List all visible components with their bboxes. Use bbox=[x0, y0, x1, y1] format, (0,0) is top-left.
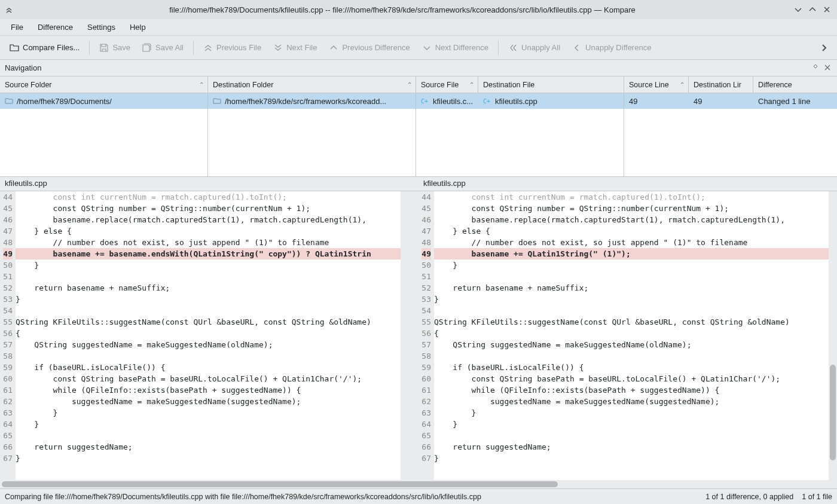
horizontal-scrollbar[interactable] bbox=[0, 480, 837, 488]
save-all-label: Save All bbox=[155, 43, 184, 52]
chevron-left-icon bbox=[572, 43, 582, 53]
undock-icon[interactable] bbox=[812, 64, 820, 72]
source-file-value: kfileutils.c... bbox=[433, 97, 473, 106]
menu-difference[interactable]: Difference bbox=[30, 20, 80, 34]
sort-asc-icon: ⌃ bbox=[469, 81, 474, 88]
svg-text:C+: C+ bbox=[483, 98, 490, 105]
titlebar: file:///home/fhek789/Documents/kfileutil… bbox=[0, 0, 837, 19]
compare-files-label: Compare Files... bbox=[23, 43, 80, 52]
folder-icon bbox=[5, 97, 13, 105]
destination-pane[interactable]: 4445464748495051525354555657585960616263… bbox=[418, 191, 837, 480]
hscrollbar-thumb[interactable] bbox=[2, 481, 558, 487]
cpp-file-icon: C+ bbox=[483, 97, 491, 105]
difference-row[interactable]: 49 49 Changed 1 line bbox=[624, 93, 837, 109]
status-file-count: 1 of 1 file bbox=[802, 493, 832, 501]
menu-help[interactable]: Help bbox=[123, 20, 153, 34]
header-difference[interactable]: Difference bbox=[753, 77, 837, 93]
navigation-title: Navigation bbox=[5, 63, 41, 72]
chevron-up-icon bbox=[329, 43, 338, 53]
header-destination-folder[interactable]: Destination Folder⌃ bbox=[208, 77, 416, 93]
source-pane[interactable]: 4445464748495051525354555657585960616263… bbox=[0, 191, 418, 480]
toolbar: Compare Files... Save Save All Previous … bbox=[0, 36, 837, 60]
folder-open-icon bbox=[10, 43, 19, 53]
scrollbar-thumb[interactable] bbox=[830, 365, 836, 460]
save-button: Save bbox=[93, 39, 136, 56]
next-difference-label: Next Difference bbox=[435, 43, 488, 52]
toolbar-overflow-button[interactable] bbox=[815, 39, 833, 57]
toolbar-separator bbox=[193, 41, 194, 55]
sort-asc-icon: ⌃ bbox=[407, 81, 412, 88]
file-label-left: kfileutils.cpp bbox=[0, 177, 418, 191]
compare-files-button[interactable]: Compare Files... bbox=[4, 39, 85, 56]
previous-file-label: Previous File bbox=[216, 43, 261, 52]
sort-asc-icon: ⌃ bbox=[199, 81, 204, 88]
save-icon bbox=[99, 43, 109, 53]
sort-asc-icon: ⌃ bbox=[680, 81, 685, 88]
cpp-file-icon: C+ bbox=[421, 97, 429, 105]
destination-code[interactable]: const int currentNum = rmatch.captured(1… bbox=[434, 191, 837, 480]
close-button[interactable] bbox=[821, 4, 832, 15]
source-code[interactable]: const int currentNum = rmatch.captured(1… bbox=[16, 191, 401, 480]
center-gap bbox=[401, 191, 418, 480]
double-down-icon bbox=[273, 43, 283, 53]
menubar: File Difference Settings Help bbox=[0, 19, 837, 36]
chevron-down-icon bbox=[422, 43, 432, 53]
destination-folder-row[interactable]: /home/fhek789/kde/src/frameworks/kcoread… bbox=[208, 93, 416, 109]
minimize-button[interactable] bbox=[793, 4, 804, 15]
close-panel-icon[interactable] bbox=[824, 64, 832, 72]
folder-icon bbox=[213, 97, 221, 105]
previous-difference-button: Previous Difference bbox=[323, 39, 416, 56]
save-label: Save bbox=[112, 43, 130, 52]
next-difference-button: Next Difference bbox=[416, 39, 494, 56]
save-all-button: Save All bbox=[136, 39, 190, 56]
next-file-label: Next File bbox=[286, 43, 317, 52]
file-labels: kfileutils.cpp kfileutils.cpp bbox=[0, 177, 837, 191]
file-label-right: kfileutils.cpp bbox=[418, 177, 837, 191]
next-file-button: Next File bbox=[267, 39, 323, 56]
source-gutter: 4445464748495051525354555657585960616263… bbox=[0, 191, 16, 480]
toolbar-separator bbox=[498, 41, 499, 55]
header-source-file[interactable]: Source File⌃ bbox=[416, 77, 478, 93]
unapply-all-button: Unapply All bbox=[502, 39, 566, 56]
statusbar: Comparing file file:///home/fhek789/Docu… bbox=[0, 488, 837, 504]
destination-file-value: kfileutils.cpp bbox=[495, 97, 537, 106]
header-source-folder[interactable]: Source Folder⌃ bbox=[0, 77, 207, 93]
destination-folder-value: /home/fhek789/kde/src/frameworks/kcoread… bbox=[225, 97, 386, 106]
unapply-all-label: Unapply All bbox=[521, 43, 560, 52]
source-folder-row[interactable]: /home/fhek789/Documents/ bbox=[0, 93, 207, 109]
double-up-icon bbox=[203, 43, 213, 53]
source-folder-value: /home/fhek789/Documents/ bbox=[17, 97, 112, 106]
difference-value: Changed 1 line bbox=[753, 97, 837, 106]
menu-settings[interactable]: Settings bbox=[80, 20, 123, 34]
window-title: file:///home/fhek789/Documents/kfileutil… bbox=[16, 5, 789, 14]
double-left-icon bbox=[508, 43, 518, 53]
previous-difference-label: Previous Difference bbox=[342, 43, 410, 52]
vertical-scrollbar[interactable] bbox=[829, 191, 837, 480]
destination-line-value: 49 bbox=[689, 97, 753, 106]
diff-view: 4445464748495051525354555657585960616263… bbox=[0, 191, 837, 480]
expand-icon[interactable] bbox=[5, 5, 16, 14]
navigation-header: Navigation bbox=[0, 60, 837, 77]
svg-text:C+: C+ bbox=[421, 98, 428, 105]
status-diff-count: 1 of 1 difference, 0 applied bbox=[705, 493, 793, 501]
source-line-value: 49 bbox=[624, 97, 689, 106]
header-destination-line[interactable]: Destination Lir bbox=[689, 77, 753, 93]
previous-file-button: Previous File bbox=[197, 39, 267, 56]
file-row[interactable]: C+ kfileutils.c... C+ kfileutils.cpp bbox=[416, 93, 624, 109]
header-destination-file[interactable]: Destination File bbox=[478, 77, 624, 93]
toolbar-separator bbox=[89, 41, 90, 55]
menu-file[interactable]: File bbox=[4, 20, 30, 34]
header-source-line[interactable]: Source Line⌃ bbox=[624, 77, 689, 93]
status-left: Comparing file file:///home/fhek789/Docu… bbox=[5, 493, 705, 501]
navigation-panels: Source Folder⌃ /home/fhek789/Documents/ … bbox=[0, 77, 837, 177]
destination-gutter: 4445464748495051525354555657585960616263… bbox=[418, 191, 434, 480]
save-all-icon bbox=[142, 43, 152, 53]
unapply-difference-label: Unapply Difference bbox=[585, 43, 651, 52]
maximize-button[interactable] bbox=[807, 4, 818, 15]
unapply-difference-button: Unapply Difference bbox=[566, 39, 657, 56]
